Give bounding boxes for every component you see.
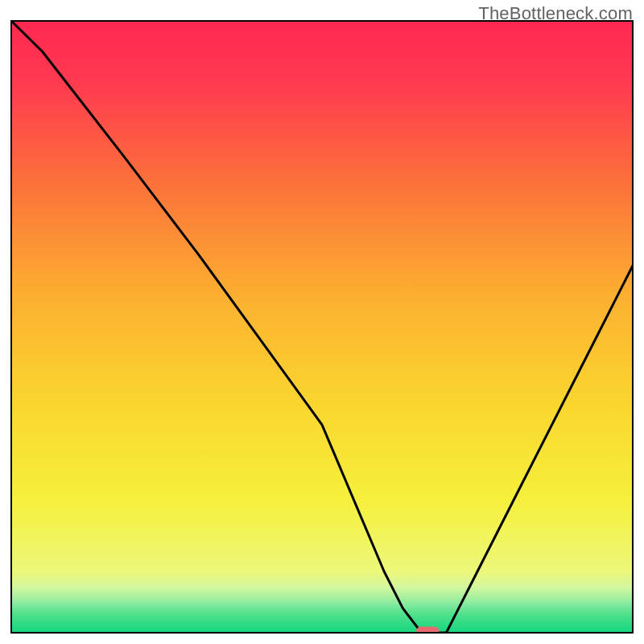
optimal-marker [416,627,439,636]
chart-svg [0,0,644,644]
chart-frame: TheBottleneck.com [0,0,644,644]
gradient-background [11,21,633,633]
